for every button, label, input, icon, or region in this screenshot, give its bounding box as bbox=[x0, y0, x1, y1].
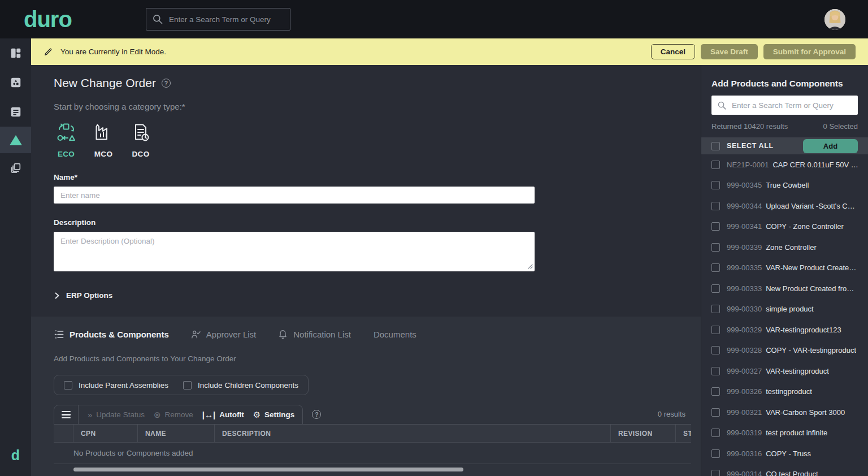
nav-dashboard[interactable] bbox=[0, 38, 31, 68]
product-list-item[interactable]: 999-00326 testingproduct bbox=[701, 382, 868, 403]
eco-icon bbox=[57, 123, 76, 142]
tab-approver-label: Approver List bbox=[206, 330, 256, 339]
search-icon bbox=[717, 101, 727, 110]
tab-notification-list[interactable]: Notification List bbox=[277, 329, 351, 340]
product-checkbox[interactable] bbox=[711, 243, 720, 252]
erp-options-toggle[interactable]: ERP Options bbox=[54, 291, 701, 300]
title-help-icon[interactable]: ? bbox=[162, 79, 171, 88]
product-list-item[interactable]: 999-00333 New Product Created fro… bbox=[701, 278, 868, 299]
product-cpn: 999-00335 bbox=[727, 263, 762, 272]
header-name[interactable]: NAME bbox=[138, 425, 215, 442]
change-order-triangle-icon bbox=[10, 135, 22, 145]
table-horizontal-scrollbar bbox=[54, 468, 691, 471]
product-list-item[interactable]: 999-00327 VAR-testingproduct bbox=[701, 361, 868, 382]
product-checkbox[interactable] bbox=[711, 449, 720, 458]
product-checkbox[interactable] bbox=[711, 284, 720, 293]
table-menu-button[interactable] bbox=[54, 405, 79, 425]
page-title: New Change Order bbox=[54, 76, 156, 90]
product-list-item[interactable]: 999-00314 CO test Product bbox=[701, 464, 868, 476]
user-avatar[interactable] bbox=[824, 9, 845, 30]
include-children-checkbox[interactable] bbox=[183, 381, 192, 390]
panel-search-input[interactable] bbox=[732, 101, 852, 110]
scrollbar-thumb[interactable] bbox=[73, 468, 463, 471]
change-order-form: New Change Order ? Start by choosing a c… bbox=[31, 65, 701, 317]
product-name: Zone Controller bbox=[766, 243, 817, 252]
product-checkbox[interactable] bbox=[711, 161, 720, 169]
nav-change-orders[interactable] bbox=[0, 127, 31, 153]
table-help-icon[interactable]: ? bbox=[312, 410, 321, 419]
product-cpn: 999-00314 bbox=[727, 470, 762, 476]
autofit-button[interactable]: |↔| Autofit bbox=[202, 410, 244, 419]
product-list-item[interactable]: 999-00335 VAR-New Product Create… bbox=[701, 258, 868, 279]
table-header-row: CPN NAME DESCRIPTION REVISION ST bbox=[54, 424, 691, 443]
header-status[interactable]: ST bbox=[676, 425, 691, 442]
tab-products-components[interactable]: Products & Components bbox=[54, 329, 169, 340]
nav-documents[interactable] bbox=[0, 97, 31, 127]
nav-releases[interactable] bbox=[0, 153, 31, 183]
product-list-item[interactable]: 999-00344 Upload Variant -Scott's C… bbox=[701, 196, 868, 217]
product-list-item[interactable]: 999-00316 COPY - Truss bbox=[701, 443, 868, 464]
product-checkbox[interactable] bbox=[711, 387, 720, 396]
product-checkbox[interactable] bbox=[711, 263, 720, 272]
nav-components[interactable] bbox=[0, 68, 31, 97]
add-button[interactable]: Add bbox=[803, 139, 858, 153]
product-checkbox[interactable] bbox=[711, 346, 720, 354]
product-checkbox[interactable] bbox=[711, 408, 720, 417]
header-cpn[interactable]: CPN bbox=[73, 425, 138, 442]
product-cpn: 999-00344 bbox=[727, 202, 762, 210]
panel-search[interactable] bbox=[711, 96, 858, 115]
duro-mini-logo: d bbox=[0, 447, 31, 464]
product-name: VAR-testingproduct bbox=[766, 367, 829, 375]
global-search[interactable] bbox=[146, 8, 290, 31]
select-all-checkbox[interactable] bbox=[711, 142, 720, 150]
avatar-image bbox=[824, 9, 845, 30]
product-checkbox[interactable] bbox=[711, 181, 720, 189]
product-list-item[interactable]: 999-00329 VAR-testingproduct123 bbox=[701, 319, 868, 340]
include-parents-checkbox[interactable] bbox=[64, 381, 72, 390]
product-list-item[interactable]: 999-00341 COPY - Zone Controller bbox=[701, 217, 868, 237]
product-list-item[interactable]: 999-00328 COPY - VAR-testingproduct bbox=[701, 340, 868, 361]
product-checkbox[interactable] bbox=[711, 326, 720, 334]
product-cpn: 999-00345 bbox=[727, 181, 762, 189]
remove-button[interactable]: ⊗ Remove bbox=[154, 410, 193, 419]
document-list-icon bbox=[10, 106, 22, 118]
resize-handle-icon[interactable] bbox=[528, 264, 533, 269]
product-list-item[interactable]: 999-00339 Zone Controller bbox=[701, 237, 868, 258]
name-input[interactable] bbox=[54, 187, 535, 204]
product-cpn: 999-00326 bbox=[727, 387, 762, 396]
save-draft-button[interactable]: Save Draft bbox=[701, 44, 758, 59]
duro-logo[interactable]: duro bbox=[24, 8, 72, 31]
tab-documents[interactable]: Documents bbox=[374, 330, 416, 339]
bell-icon bbox=[277, 329, 288, 340]
category-dco[interactable]: DCO bbox=[128, 123, 153, 158]
submit-for-approval-button[interactable]: Submit for Approval bbox=[763, 44, 856, 59]
person-check-icon bbox=[190, 329, 201, 340]
product-list-item[interactable]: 999-00330 simple product bbox=[701, 299, 868, 320]
category-mco[interactable]: MCO bbox=[91, 123, 116, 158]
header-revision[interactable]: REVISION bbox=[611, 425, 676, 442]
product-checkbox[interactable] bbox=[711, 202, 720, 210]
global-search-input[interactable] bbox=[169, 15, 284, 24]
update-status-button[interactable]: » Update Status bbox=[88, 410, 145, 419]
tab-bar: Products & Components Approver List bbox=[54, 329, 701, 340]
header-description[interactable]: DESCRIPTION bbox=[215, 425, 611, 442]
settings-button[interactable]: ⚙ Settings bbox=[253, 410, 295, 419]
product-name: CO test Product bbox=[766, 470, 818, 476]
product-list-item[interactable]: 999-00321 VAR-Carbon Sport 3000 bbox=[701, 402, 868, 423]
category-eco[interactable]: ECO bbox=[54, 123, 79, 158]
product-list-item[interactable]: NE21P-0001 CAP CER 0.011uF 50V … bbox=[701, 154, 868, 175]
edit-mode-banner: You are Currently in Edit Mode. Cancel S… bbox=[31, 38, 868, 65]
product-checkbox[interactable] bbox=[711, 305, 720, 313]
product-list-item[interactable]: 999-00319 test product infinite bbox=[701, 423, 868, 444]
include-children-components-option[interactable]: Include Children Components bbox=[183, 381, 298, 390]
product-checkbox[interactable] bbox=[711, 367, 720, 375]
product-checkbox[interactable] bbox=[711, 429, 720, 437]
product-checkbox[interactable] bbox=[711, 222, 720, 231]
description-textarea[interactable] bbox=[54, 232, 535, 271]
product-list-item[interactable]: 999-00345 True Cowbell bbox=[701, 175, 868, 196]
tab-approver-list[interactable]: Approver List bbox=[190, 329, 256, 340]
product-checkbox[interactable] bbox=[711, 470, 720, 476]
product-list: NE21P-0001 CAP CER 0.011uF 50V … 999-003… bbox=[701, 154, 868, 476]
include-parent-assemblies-option[interactable]: Include Parent Assemblies bbox=[64, 381, 168, 390]
cancel-button[interactable]: Cancel bbox=[651, 44, 695, 59]
